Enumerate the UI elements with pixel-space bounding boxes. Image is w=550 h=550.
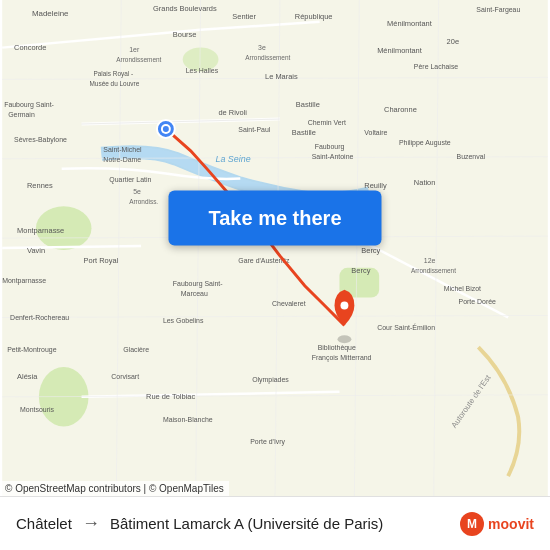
map-container: Autoroute de l'Est Madeleine Grands Boul… bbox=[0, 0, 550, 496]
svg-text:Saint-Fargeau: Saint-Fargeau bbox=[476, 6, 520, 14]
svg-text:Denfert-Rochereau: Denfert-Rochereau bbox=[10, 314, 69, 321]
svg-text:Marceau: Marceau bbox=[181, 290, 208, 297]
svg-text:Vavin: Vavin bbox=[27, 246, 45, 255]
svg-text:Bastille: Bastille bbox=[296, 100, 320, 109]
svg-text:Quartier Latin: Quartier Latin bbox=[109, 176, 151, 184]
svg-point-94 bbox=[163, 126, 169, 132]
svg-text:Nation: Nation bbox=[414, 178, 436, 187]
destination-label: Bâtiment Lamarck A (Université de Paris) bbox=[110, 515, 450, 532]
map-attribution: © OpenStreetMap contributors | © OpenMap… bbox=[0, 481, 229, 496]
svg-text:Notre-Dame: Notre-Dame bbox=[103, 156, 141, 163]
origin-label: Châtelet bbox=[16, 515, 72, 532]
moovit-icon: M bbox=[460, 512, 484, 536]
svg-text:Arrondiss.: Arrondiss. bbox=[129, 198, 158, 205]
svg-text:Petit-Montrouge: Petit-Montrouge bbox=[7, 346, 57, 354]
svg-text:Madeleine: Madeleine bbox=[32, 9, 69, 18]
arrow-icon: → bbox=[82, 513, 100, 534]
svg-text:Bibliothèque: Bibliothèque bbox=[318, 344, 356, 352]
svg-text:Les Halles: Les Halles bbox=[186, 67, 219, 74]
svg-text:Philippe Auguste: Philippe Auguste bbox=[399, 139, 451, 147]
svg-text:Grands Boulevards: Grands Boulevards bbox=[153, 4, 217, 13]
svg-text:Le Marais: Le Marais bbox=[265, 72, 298, 81]
svg-text:Saint-Antoine: Saint-Antoine bbox=[312, 153, 354, 160]
svg-text:Faubourg: Faubourg bbox=[315, 143, 345, 151]
svg-text:Bastille: Bastille bbox=[292, 128, 316, 137]
svg-text:Olympiades: Olympiades bbox=[252, 376, 289, 384]
svg-text:Rue de Tolbiac: Rue de Tolbiac bbox=[146, 392, 195, 401]
svg-text:Bercy: Bercy bbox=[361, 246, 380, 255]
svg-point-95 bbox=[337, 335, 351, 343]
svg-text:Cour Saint-Émilion: Cour Saint-Émilion bbox=[377, 323, 435, 331]
footer: Châtelet → Bâtiment Lamarck A (Universit… bbox=[0, 496, 550, 550]
svg-text:Reuilly: Reuilly bbox=[364, 181, 387, 190]
svg-text:Saint-Michel: Saint-Michel bbox=[103, 146, 142, 153]
svg-text:5e: 5e bbox=[133, 188, 141, 195]
svg-text:20e: 20e bbox=[447, 37, 459, 46]
svg-text:Porte Dorée: Porte Dorée bbox=[459, 298, 497, 305]
svg-text:Chevaleret: Chevaleret bbox=[272, 300, 306, 307]
svg-text:12e: 12e bbox=[424, 257, 436, 264]
map: Autoroute de l'Est Madeleine Grands Boul… bbox=[0, 0, 550, 496]
svg-text:Faubourg Saint-: Faubourg Saint- bbox=[173, 280, 223, 288]
svg-text:République: République bbox=[295, 12, 333, 21]
svg-text:Faubourg Saint-: Faubourg Saint- bbox=[4, 101, 54, 109]
svg-text:Corvisart: Corvisart bbox=[111, 373, 139, 380]
svg-text:Musée du Louvre: Musée du Louvre bbox=[89, 80, 139, 87]
svg-text:Maison-Blanche: Maison-Blanche bbox=[163, 416, 213, 423]
svg-text:Michel Bizot: Michel Bizot bbox=[444, 285, 481, 292]
moovit-text: moovit bbox=[488, 516, 534, 532]
svg-text:Arrondissement: Arrondissement bbox=[116, 56, 161, 63]
svg-text:3e: 3e bbox=[258, 44, 266, 51]
svg-text:Sentier: Sentier bbox=[232, 12, 256, 21]
svg-text:Glacière: Glacière bbox=[123, 346, 149, 353]
svg-text:Bercy: Bercy bbox=[351, 266, 370, 275]
svg-text:Chemin Vert: Chemin Vert bbox=[308, 119, 346, 126]
svg-text:Arrondissement: Arrondissement bbox=[411, 267, 456, 274]
svg-text:Montparnasse: Montparnasse bbox=[17, 226, 64, 235]
svg-text:de Rivoli: de Rivoli bbox=[218, 108, 247, 117]
svg-text:Voltaire: Voltaire bbox=[364, 129, 387, 136]
svg-text:Ménilmontant: Ménilmontant bbox=[387, 19, 433, 28]
svg-text:Rennes: Rennes bbox=[27, 181, 53, 190]
svg-point-96 bbox=[340, 302, 348, 310]
svg-text:Concorde: Concorde bbox=[14, 43, 46, 52]
svg-text:Buzenval: Buzenval bbox=[457, 153, 486, 160]
take-me-there-button[interactable]: Take me there bbox=[168, 191, 381, 246]
svg-text:Germain: Germain bbox=[8, 111, 35, 118]
svg-text:Ménilmontant: Ménilmontant bbox=[377, 46, 423, 55]
svg-text:Montsouris: Montsouris bbox=[20, 406, 54, 413]
moovit-logo: M moovit bbox=[460, 512, 534, 536]
svg-text:Charonne: Charonne bbox=[384, 105, 417, 114]
svg-text:Alésia: Alésia bbox=[17, 372, 38, 381]
svg-text:Port Royal: Port Royal bbox=[84, 256, 119, 265]
svg-text:Saint-Paul: Saint-Paul bbox=[238, 126, 270, 133]
svg-text:Montparnasse: Montparnasse bbox=[2, 277, 46, 285]
svg-text:1er: 1er bbox=[129, 46, 140, 53]
svg-text:François Mitterrand: François Mitterrand bbox=[312, 354, 372, 362]
svg-text:Père Lachaise: Père Lachaise bbox=[414, 63, 458, 70]
svg-text:Porte d'Ivry: Porte d'Ivry bbox=[250, 438, 285, 446]
svg-text:Les Gobelins: Les Gobelins bbox=[163, 317, 204, 324]
svg-text:La Seine: La Seine bbox=[215, 154, 250, 164]
app-container: Autoroute de l'Est Madeleine Grands Boul… bbox=[0, 0, 550, 550]
svg-text:Arrondissement: Arrondissement bbox=[245, 54, 290, 61]
svg-text:Sèvres-Babylone: Sèvres-Babylone bbox=[14, 136, 67, 144]
svg-text:Palais Royal -: Palais Royal - bbox=[93, 70, 133, 78]
svg-text:Bourse: Bourse bbox=[173, 30, 197, 39]
